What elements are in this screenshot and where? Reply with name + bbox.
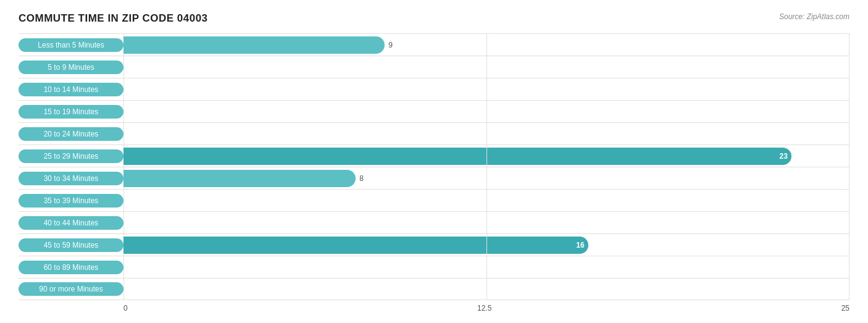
bar-track	[123, 278, 849, 300]
bar-fill	[123, 36, 385, 54]
bar-label: 45 to 59 Minutes	[19, 238, 123, 252]
bar-label: 10 to 14 Minutes	[19, 83, 123, 96]
chart-title: COMMUTE TIME IN ZIP CODE 04003	[19, 12, 208, 25]
bar-label: 30 to 34 Minutes	[19, 172, 123, 185]
bar-track	[123, 256, 849, 279]
bar-fill	[123, 170, 356, 187]
bar-row: 60 to 89 Minutes	[19, 256, 849, 278]
bar-label: 20 to 24 Minutes	[19, 127, 123, 141]
bar-row: 20 to 24 Minutes	[19, 122, 849, 145]
bar-track	[123, 190, 849, 212]
bar-track	[123, 101, 849, 123]
bar-row: 5 to 9 Minutes	[19, 56, 849, 78]
bar-row: 90 or more Minutes	[19, 278, 849, 300]
bar-row: 10 to 14 Minutes	[19, 78, 849, 100]
bar-label: 90 or more Minutes	[19, 282, 123, 296]
bar-row: 15 to 19 Minutes	[19, 100, 849, 122]
bar-label: 15 to 19 Minutes	[19, 105, 123, 119]
chart-header: COMMUTE TIME IN ZIP CODE 04003 Source: Z…	[19, 12, 849, 25]
bar-value-outside: 9	[388, 41, 393, 49]
bar-label: Less than 5 Minutes	[19, 38, 123, 52]
bar-label: 60 to 89 Minutes	[19, 261, 123, 274]
bar-value: 16	[576, 241, 584, 250]
bar-fill: 16	[123, 237, 588, 254]
bar-value-outside: 8	[359, 174, 364, 183]
chart-area: Less than 5 Minutes95 to 9 Minutes10 to …	[19, 33, 849, 300]
x-label-mid: 12.5	[477, 304, 491, 313]
bar-label: 40 to 44 Minutes	[19, 216, 123, 230]
bar-track	[123, 123, 849, 145]
x-label-0: 0	[123, 304, 128, 313]
bar-track	[123, 78, 849, 101]
bar-track: 8	[123, 167, 849, 190]
bar-track: 9	[123, 34, 849, 56]
bar-row: Less than 5 Minutes9	[19, 33, 849, 56]
bar-row: 35 to 39 Minutes	[19, 189, 849, 211]
bar-track: 23	[123, 145, 849, 167]
bar-label: 35 to 39 Minutes	[19, 194, 123, 208]
x-label-max: 25	[841, 304, 849, 313]
bar-row: 40 to 44 Minutes	[19, 211, 849, 233]
chart-source: Source: ZipAtlas.com	[779, 12, 849, 21]
x-axis-labels: 0 12.5 25	[123, 304, 849, 313]
bar-track	[123, 56, 849, 78]
bar-row: 45 to 59 Minutes16	[19, 233, 849, 256]
bar-row: 30 to 34 Minutes8	[19, 167, 849, 189]
bar-row: 25 to 29 Minutes23	[19, 145, 849, 167]
bar-track: 16	[123, 234, 849, 256]
bar-label: 5 to 9 Minutes	[19, 61, 123, 74]
bar-value: 23	[780, 152, 788, 161]
bar-track	[123, 212, 849, 234]
bar-fill: 23	[123, 148, 791, 165]
x-axis: 0 12.5 25	[123, 304, 849, 313]
bar-label: 25 to 29 Minutes	[19, 149, 123, 163]
